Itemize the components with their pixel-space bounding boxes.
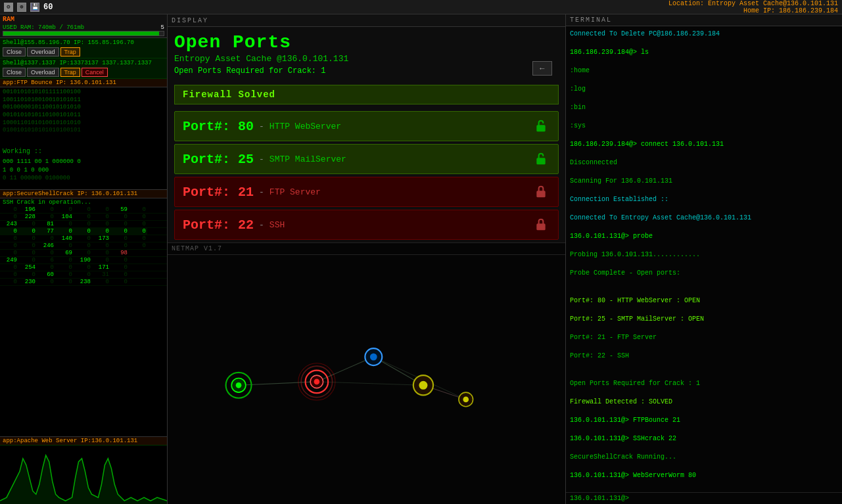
graph-area <box>0 445 167 504</box>
netmap-svg <box>168 255 565 501</box>
shell1-text: Shell@155.85.196.70 IP: 155.85.196.70 <box>3 39 164 46</box>
binary-area: 0010101010101111100100 10011010100100101… <box>0 87 167 147</box>
net-line <box>317 357 373 382</box>
location-display: Location: Entropy Asset Cache@136.0.101.… <box>668 0 838 14</box>
terminal-line: 186.186.239.184@> connect 136.0.101.131 <box>570 140 838 149</box>
terminal-line: Port#: 22 - SSH <box>570 352 838 361</box>
port-row-80[interactable]: Port#: 80 - HTTP WebServer <box>174 111 559 141</box>
open-ports-required: Open Ports Required for Crack: 1 <box>174 66 348 76</box>
matrix-line-2: 1 0 0 1 0 000 <box>3 166 164 175</box>
shell1-trap-button[interactable]: Trap <box>60 47 80 57</box>
port-icon-25 <box>532 150 550 168</box>
ram-count: 5 <box>161 24 164 31</box>
port-name-25: SMTP MailServer <box>269 154 346 164</box>
lock-closed-icon-22 <box>534 218 548 231</box>
port-name-80: HTTP WebServer <box>269 122 341 131</box>
top-bar: ⚙ ⊕ 💾 60 Location: Entropy Asset Cache@1… <box>0 0 842 14</box>
terminal-header: TERMINAL <box>566 14 842 26</box>
shell-session-1: Shell@155.85.196.70 IP: 155.85.196.70 Cl… <box>0 38 167 58</box>
open-ports-title: Open Ports <box>174 32 348 53</box>
shell1-close-button[interactable]: Close <box>3 47 26 57</box>
terminal-line: 136.0.101.131@> probe <box>570 232 838 241</box>
ssh-row: 000140017300 <box>0 235 167 242</box>
port-icon-22 <box>532 216 550 234</box>
net-node-yellow-core <box>419 381 427 390</box>
display-header: DISPLAY <box>168 14 565 27</box>
port-name-22: SSH <box>269 220 285 230</box>
terminal-line: Probing 136.0.101.131............ <box>570 250 838 260</box>
terminal-line: Firewall Detected : SOLVED <box>570 398 838 407</box>
port-number-22: Port#: 22 <box>183 218 254 233</box>
ssh-row: 24906019000 <box>0 257 167 264</box>
terminal-line: :home <box>570 66 838 76</box>
port-icon-21 <box>532 183 550 201</box>
binary-line-5: 1000110101010010101010 <box>3 120 164 127</box>
binary-line-3: 0010000010110010101010 <box>3 104 164 112</box>
lock-closed-icon-21 <box>534 185 548 198</box>
app-apache-label: app:Apache Web Server IP:136.0.101.131 <box>0 436 167 445</box>
ssh-row: 02540001710 <box>0 264 167 271</box>
shell2-cancel-button[interactable]: Cancel <box>82 68 108 77</box>
svg-rect-2 <box>536 191 545 197</box>
port-name-21: FTP Server <box>269 187 321 197</box>
port-list: Port#: 80 - HTTP WebServer Port#: 25 - S… <box>168 108 565 242</box>
display-title: DISPLAY <box>172 17 208 24</box>
terminal-line: :sys <box>570 122 838 131</box>
terminal-line: :log <box>570 85 838 94</box>
binary-line-4: 0010101010110100101011 <box>3 112 164 120</box>
score-display: 60 <box>43 3 53 12</box>
ram-used-label: USED RAM: 740mb / 761mb <box>3 24 84 31</box>
app-ftp-label: app:FTP Bounce IP: 136.0.101.131 <box>0 79 167 87</box>
shell2-trap-button[interactable]: Trap <box>60 68 80 77</box>
shell2-overload-button[interactable]: Overload <box>27 68 59 77</box>
shell2-close-button[interactable]: Close <box>3 68 26 77</box>
terminal-line: Port#: 21 - FTP Server <box>570 333 838 342</box>
ssh-row: 000690098 <box>0 250 167 257</box>
terminal-input-row: 136.0.101.131@> <box>566 492 842 504</box>
back-button[interactable]: ← <box>532 61 552 76</box>
ssh-row: 0024600000 <box>0 242 167 250</box>
ssh-row: 02300023800 <box>0 279 167 286</box>
terminal-line: 136.0.101.131@> SSHcrack 22 <box>570 434 838 444</box>
matrix-line-1: 000 1111 00 1 000000 0 <box>3 158 164 166</box>
top-bar-left: ⚙ ⊕ 💾 60 <box>4 3 53 12</box>
shell1-overload-button[interactable]: Overload <box>27 47 59 57</box>
left-panel: RAM USED RAM: 740mb / 761mb 5 Shell@155.… <box>0 14 168 504</box>
binary-line-1: 0010101010101111100100 <box>3 89 164 97</box>
netmap-canvas <box>168 255 565 501</box>
open-ports-subtitle: Entropy Asset Cache @136.0.101.131 <box>174 54 348 64</box>
settings-icon[interactable]: ⚙ <box>4 3 13 12</box>
net-node-blue-core <box>370 354 377 361</box>
shell2-text: Shell@1337.1337 IP:13373137 1337.1337.13… <box>3 60 164 66</box>
matrix-line-3: 0 11 000000 0100000 <box>3 174 164 183</box>
binary-line-2: 1001101010010010101011 <box>3 97 164 104</box>
graph-svg <box>0 446 167 504</box>
ssh-row: 007700000 <box>0 228 167 235</box>
terminal-output[interactable]: z l f i n c z t 1 1 6 k 8 j 0 0 0 0 0 0 … <box>566 26 842 492</box>
terminal-line: 136.0.101.131@> WebServerWorm 80 <box>570 471 838 480</box>
terminal-line: Scanning For 136.0.101.131 <box>570 177 838 186</box>
ram-bar-fill <box>3 32 159 35</box>
right-panel: TERMINAL z l f i n c z t 1 1 6 k 8 j 0 0… <box>566 14 842 504</box>
net-node-yellow2-core <box>463 397 469 403</box>
terminal-line: Connection Established :: <box>570 195 838 204</box>
ram-section: RAM USED RAM: 740mb / 761mb 5 <box>0 14 167 38</box>
port-row-22[interactable]: Port#: 22 - SSH <box>174 210 559 240</box>
binary-line-6: 0100101010101010100101 <box>3 127 164 135</box>
lock-open-icon-25 <box>534 152 548 166</box>
save-icon[interactable]: 💾 <box>30 3 39 12</box>
app-ssh-label: app:SecureShellCrack IP: 136.0.101.131 <box>0 189 167 198</box>
ssh-row: 006000310 <box>0 271 167 279</box>
terminal-line: Port#: 80 - HTTP WebServer : OPEN <box>570 296 838 306</box>
port-row-25[interactable]: Port#: 25 - SMTP MailServer <box>174 144 559 174</box>
gear-icon[interactable]: ⊕ <box>17 3 26 12</box>
ram-bar-bg <box>3 31 164 36</box>
net-node-green-core <box>236 382 242 388</box>
svg-rect-0 <box>536 125 545 131</box>
svg-rect-3 <box>536 223 545 230</box>
shell-session-2: Shell@1337.1337 IP:13373137 1337.1337.13… <box>0 58 167 79</box>
terminal-line: Open Ports Required for Crack : 1 <box>570 379 838 388</box>
terminal-line: 136.0.101.131@> FTPBounce 21 <box>570 416 838 425</box>
port-row-21[interactable]: Port#: 21 - FTP Server <box>174 177 559 207</box>
terminal-input[interactable] <box>629 495 838 502</box>
